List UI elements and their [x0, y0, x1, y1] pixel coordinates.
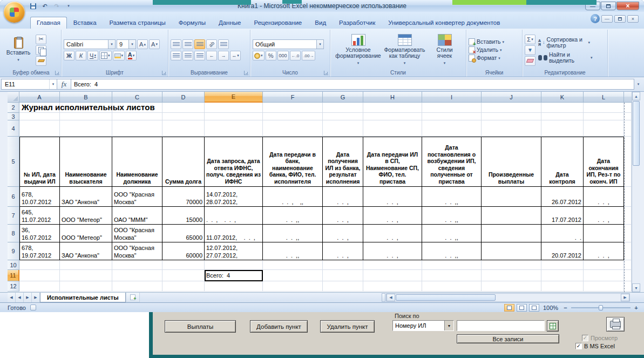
cell-F9[interactable]: . . ,, — [263, 242, 323, 260]
cell-L5[interactable]: Дата окончания ИП, Рез-т по оконч. ИП — [584, 137, 624, 187]
cell-G3[interactable] — [323, 113, 363, 120]
increase-decimal-button[interactable]: ←.0 — [290, 51, 301, 60]
workbook-close-button[interactable]: × — [627, 15, 639, 23]
percent-style-button[interactable]: % — [266, 51, 276, 60]
cell-styles-button[interactable]: Стили ячеек ▾ — [429, 34, 460, 66]
fill-color-button[interactable]: ▾ — [113, 51, 125, 60]
ribbon-tab-Рецензирование[interactable]: Рецензирование — [247, 17, 308, 29]
row-header-7[interactable]: 7 — [8, 207, 19, 225]
ribbon-tab-Разработчик[interactable]: Разработчик — [333, 17, 382, 29]
cell-K2[interactable] — [541, 103, 584, 113]
cell-D5[interactable]: Сумма долга — [162, 137, 205, 187]
cell-L11[interactable] — [584, 270, 624, 281]
cell-K3[interactable] — [541, 113, 584, 120]
cell-A7[interactable]: 645, 11.07.2012 — [19, 207, 60, 225]
col-header-B[interactable]: B — [60, 92, 112, 103]
cell-J2[interactable] — [482, 103, 541, 113]
cell-A11[interactable] — [19, 270, 60, 281]
align-center-button[interactable] — [182, 51, 193, 60]
cell-K9[interactable]: 20.07.2012 — [541, 242, 584, 260]
redo-button[interactable]: ↷ — [52, 2, 62, 10]
cell-F11[interactable] — [263, 270, 323, 281]
cell-L8[interactable] — [584, 225, 624, 242]
cell-E8[interactable]: 11.07.2012, . . , — [205, 225, 263, 242]
cell-B8[interactable]: ООО "Метеор" — [60, 225, 112, 242]
underline-button[interactable]: Ч▾ — [87, 51, 98, 60]
cell-L7[interactable]: . . , — [584, 207, 624, 225]
shrink-font-button[interactable]: А▾ — [149, 39, 160, 49]
formula-input[interactable]: Всего: 4 — [71, 79, 634, 90]
add-item-button[interactable]: Добавить пункт — [250, 320, 308, 333]
combo-arrow-button[interactable]: ▼ — [444, 321, 453, 330]
horizontal-scroll-thumb[interactable] — [396, 294, 496, 301]
sort-filter-button[interactable]: АЯ↓ Сортировка и фильтр ▾ — [538, 37, 593, 49]
cell-A6[interactable]: 678, 10.07.2012 — [19, 187, 60, 207]
view-page-break-button[interactable] — [529, 304, 539, 312]
wrap-text-button[interactable] — [218, 39, 229, 49]
name-box[interactable]: E11 ▾ — [1, 79, 57, 90]
row-header-11[interactable]: 11 — [8, 270, 19, 281]
cell-F7[interactable]: . . ,, — [263, 207, 323, 225]
cell-H5[interactable]: Дата передачи ИЛ в СП, Наименование СП, … — [363, 137, 422, 187]
formula-bar-expand-button[interactable]: ▾ — [634, 79, 642, 90]
cell-C6[interactable]: ООО "Красная Москва" — [112, 187, 162, 207]
cell-H8[interactable]: . . , — [363, 225, 422, 242]
cell-D10[interactable] — [162, 260, 205, 270]
cell-B10[interactable] — [60, 260, 112, 270]
cell-B7[interactable]: ООО "Метеор" — [60, 207, 112, 225]
row-header-12[interactable]: 12 — [8, 281, 19, 292]
workbook-restore-button[interactable] — [614, 15, 626, 23]
cell-G6[interactable]: . . , — [323, 187, 363, 207]
format-cells-button[interactable]: Формат▾ — [469, 55, 520, 62]
cell-C11[interactable] — [112, 270, 162, 281]
col-header-A[interactable]: A — [19, 92, 60, 103]
row-header-10[interactable]: 10 — [8, 260, 19, 270]
cell-A5[interactable]: № ИЛ, дата выдачи ИЛ — [19, 137, 60, 187]
row-header-8[interactable]: 8 — [8, 225, 19, 242]
cell-A8[interactable]: 36, 16.07.2012 — [19, 225, 60, 242]
undo-button[interactable]: ↶ — [40, 2, 50, 10]
last-sheet-button[interactable]: ▶ — [32, 293, 40, 302]
cell-J5[interactable]: Произведенные выплаты — [482, 137, 541, 187]
cell-K4[interactable] — [541, 120, 584, 137]
search-input[interactable] — [457, 320, 545, 331]
horizontal-scrollbar[interactable]: ◀ ▶ — [386, 293, 630, 302]
row-header-6[interactable]: 6 — [8, 187, 19, 207]
conditional-formatting-button[interactable]: Условное форматирование ▾ — [336, 34, 381, 66]
paste-button[interactable]: Вставить ▾ — [3, 37, 33, 63]
cell-G12[interactable] — [323, 281, 363, 292]
cell-B12[interactable] — [60, 281, 112, 292]
cell-D2[interactable] — [162, 103, 205, 113]
ms-excel-checkbox[interactable]: ✓ В MS Excel — [575, 343, 615, 349]
cell-L2[interactable] — [584, 103, 624, 113]
row-header-3[interactable]: 3 — [8, 113, 19, 120]
cell-J9[interactable] — [482, 242, 541, 260]
font-size-combo[interactable]: 9 ▾ — [117, 39, 136, 49]
cell-I8[interactable]: . . ,, — [422, 225, 482, 242]
cell-K7[interactable]: 17.07.2012 — [541, 207, 584, 225]
ribbon-tab-Разметка страницы[interactable]: Разметка страницы — [103, 17, 172, 29]
bold-button[interactable]: Ж — [64, 51, 74, 60]
zoom-slider[interactable] — [571, 305, 631, 311]
cell-E2[interactable] — [205, 103, 263, 113]
cell-K11[interactable] — [541, 270, 584, 281]
cell-J8[interactable] — [482, 225, 541, 242]
cell-E9[interactable]: 12.07.2012, 27.07.2012, — [205, 242, 263, 260]
cell-H9[interactable]: . . , — [363, 242, 422, 260]
cell-J12[interactable] — [482, 281, 541, 292]
decrease-indent-button[interactable]: ← — [206, 51, 217, 60]
prev-sheet-button[interactable]: ◀ — [16, 293, 24, 302]
italic-button[interactable]: К — [76, 51, 86, 60]
cell-J6[interactable] — [482, 187, 541, 207]
cell-L9[interactable]: . . , — [584, 242, 624, 260]
cell-D7[interactable]: 15000 — [162, 207, 205, 225]
cell-K5[interactable]: Дата контроля — [541, 137, 584, 187]
grow-font-button[interactable]: А▴ — [137, 39, 148, 49]
row-header-9[interactable]: 9 — [8, 242, 19, 260]
cell-H7[interactable]: . . , — [363, 207, 422, 225]
col-header-E[interactable]: E — [205, 92, 263, 103]
save-button[interactable] — [28, 2, 38, 10]
increase-indent-button[interactable]: → — [218, 51, 229, 60]
zoom-level[interactable]: 100% — [541, 305, 560, 311]
cell-B6[interactable]: ЗАО "Анкона" — [60, 187, 112, 207]
